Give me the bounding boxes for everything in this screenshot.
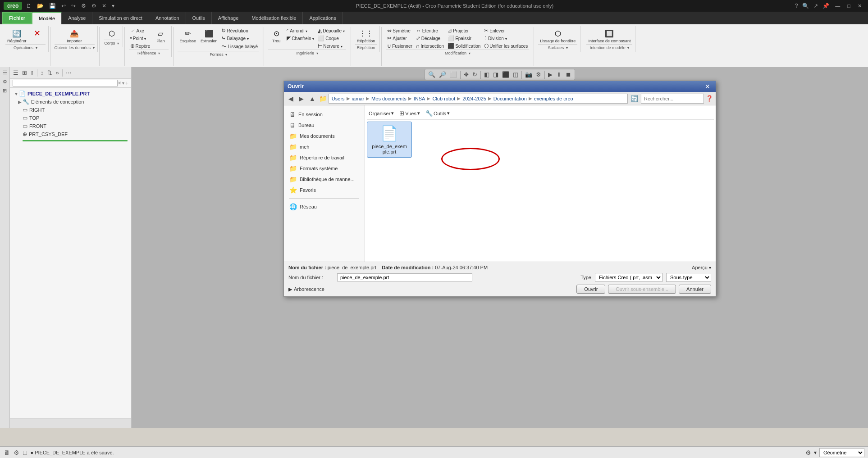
dialog-forward-btn[interactable]: ▶: [297, 94, 306, 103]
repere-btn[interactable]: ⊕ Repère: [129, 42, 152, 50]
path-documentation[interactable]: Documentation: [493, 96, 527, 101]
corps-btn[interactable]: ⬡: [104, 27, 120, 40]
tree-item-front[interactable]: ▭ FRONT: [10, 122, 131, 130]
path-mes-documents[interactable]: Mes documents: [371, 96, 407, 101]
ouvrir-btn[interactable]: Ouvrir: [576, 285, 605, 294]
svt-expand-icon[interactable]: »: [55, 68, 60, 77]
importer-btn[interactable]: 📥 Importer: [65, 27, 84, 44]
tab-modele[interactable]: Modèle: [32, 12, 62, 24]
dialog-help-btn[interactable]: ❓: [706, 95, 713, 102]
status-icon-settings[interactable]: ⚙: [805, 449, 811, 456]
footer-type-select[interactable]: Fichiers Creo (.prt, .asm: [595, 273, 662, 282]
status-icon-3[interactable]: □: [23, 449, 27, 456]
tb-misc3-icon[interactable]: ✕: [101, 2, 108, 10]
tree-item-elements[interactable]: ▶ 🔧 Eléments de conception: [10, 98, 131, 106]
projeter-btn[interactable]: ⊿ Projeter: [446, 27, 482, 34]
tb-new-icon[interactable]: 🗋: [25, 2, 33, 10]
intersection-btn[interactable]: ∩ Intersection: [415, 42, 445, 50]
tab-simulation[interactable]: Simulation en direct: [92, 12, 149, 24]
axe-btn[interactable]: ⟋ Axe: [129, 27, 152, 34]
tab-annotation[interactable]: Annotation: [149, 12, 186, 24]
solidification-btn[interactable]: ⬛ Solidification: [446, 42, 482, 50]
extrusion-btn[interactable]: ⬛ Extrusion: [199, 27, 219, 44]
dialog-sidebar-formats[interactable]: 📁 Formats système: [284, 163, 365, 174]
path-iamar[interactable]: iamar: [352, 96, 365, 101]
svt-filter-icon[interactable]: ⇅: [46, 68, 54, 77]
rail-icon-3[interactable]: ⊞: [1, 87, 8, 95]
decalage-btn[interactable]: ⤢ Décalage: [415, 35, 445, 42]
tb-search-icon[interactable]: 🔍: [801, 2, 810, 10]
tab-modelisation[interactable]: Modélisation flexible: [245, 12, 303, 24]
division-btn[interactable]: ÷ Division ▾: [483, 35, 529, 42]
canvas-area[interactable]: 🔍 🔎 ⬜ ✥ ↻ ◧ ◨ ⬛ ◫ 📷 ⚙ ▶ ⏸ ⏹ Ouvrir: [132, 67, 868, 428]
dialog-sidebar-en-session[interactable]: 🖥 En session: [284, 109, 365, 120]
enlever-btn[interactable]: ✂ Enlever: [483, 27, 529, 34]
search-dropdown-icon[interactable]: ▾: [122, 81, 124, 86]
tb-save-icon[interactable]: 💾: [48, 2, 57, 10]
dialog-sidebar-reseau[interactable]: 🌐 Réseau: [284, 201, 365, 212]
status-arrow-icon[interactable]: ▾: [814, 449, 817, 456]
rail-icon-1[interactable]: ☰: [1, 69, 9, 77]
arrondi-btn[interactable]: ◜ Arrondi ▾: [285, 27, 315, 34]
ajuster-btn[interactable]: ✂ Ajuster: [386, 35, 413, 42]
dialog-sidebar-meh[interactable]: 📁 meh: [284, 141, 365, 152]
search-clear-icon[interactable]: ✕: [118, 81, 121, 86]
tb-pin-icon[interactable]: 📌: [821, 2, 831, 10]
path-insa[interactable]: INSA: [414, 96, 425, 101]
balayage-btn[interactable]: ⤷ Balayage ▾: [220, 35, 259, 42]
tb-misc1-icon[interactable]: ⚙: [80, 2, 87, 10]
chanfrein-btn[interactable]: ◤ Chanfrein ▾: [285, 35, 315, 42]
tb-redo-icon[interactable]: ↪: [70, 2, 77, 10]
lissage-btn[interactable]: 〜 Lissage balayé: [220, 42, 259, 51]
regenerer-btn[interactable]: 🔄 Régénérer: [5, 27, 28, 44]
dialog-sidebar-favoris[interactable]: ⭐ Favoris: [284, 185, 365, 195]
revolution-btn[interactable]: ↻ Révolution: [220, 27, 259, 34]
tb-open-icon[interactable]: 📂: [36, 2, 45, 10]
footer-filename-input[interactable]: [337, 273, 472, 281]
svt-cols-icon[interactable]: ⫿: [29, 68, 35, 77]
outils-btn[interactable]: 🔧 Outils ▾: [424, 109, 452, 118]
path-users[interactable]: Users: [332, 96, 345, 101]
ouvrir-sous-btn[interactable]: Ouvrir sous-ensemble...: [608, 285, 676, 294]
tab-outils[interactable]: Outils: [186, 12, 212, 24]
coque-btn[interactable]: ⬜ Coque: [316, 35, 346, 42]
fusionner-btn[interactable]: ∪ Fusionner: [386, 42, 413, 50]
tb-arrow-icon[interactable]: ↗: [812, 2, 819, 10]
footer-subtype-select[interactable]: Sous-type: [666, 273, 711, 282]
dialog-sidebar-biblio[interactable]: 📁 Bibliothèque de manne...: [284, 174, 365, 185]
status-geometry-select[interactable]: Géométrie: [819, 448, 864, 457]
depouille-btn[interactable]: ◭ Dépouille ▾: [316, 27, 346, 34]
win-close-btn[interactable]: ✕: [855, 2, 864, 10]
vues-btn[interactable]: ⊞ Vues ▾: [397, 109, 422, 118]
tb-misc2-icon[interactable]: ⚙: [90, 2, 98, 10]
tab-affichage[interactable]: Affichage: [212, 12, 246, 24]
unifier-btn[interactable]: ⬡ Unifier les surfaces: [483, 42, 529, 50]
svt-move-icon[interactable]: ↕: [39, 68, 45, 77]
rail-icon-2[interactable]: ⚙: [1, 78, 9, 86]
cancel-regenerer-btn[interactable]: ✕: [29, 27, 46, 40]
tree-item-root[interactable]: ▼ 📄 PIECE_DE_EXEMPLE.PRT: [10, 90, 131, 98]
tab-applications[interactable]: Applications: [303, 12, 343, 24]
svt-list-icon[interactable]: ☰: [12, 68, 20, 77]
win-maximize-btn[interactable]: □: [845, 2, 853, 9]
tree-item-right[interactable]: ▭ RIGHT: [10, 106, 131, 114]
svt-settings-icon[interactable]: ⋯: [64, 68, 73, 77]
path-exemples[interactable]: exemples de creo: [534, 96, 573, 101]
tab-fichier[interactable]: Fichier: [2, 12, 32, 24]
dialog-folder-icon[interactable]: 📁: [319, 95, 327, 102]
annuler-btn[interactable]: Annuler: [679, 285, 711, 294]
tree-item-top[interactable]: ▭ TOP: [10, 114, 131, 122]
search-input[interactable]: [13, 80, 118, 86]
point-btn[interactable]: • Point ▾: [129, 35, 152, 42]
path-club-robot[interactable]: Club robot: [432, 96, 455, 101]
organiser-btn[interactable]: Organiser ▾: [367, 109, 396, 117]
dialog-sidebar-repertoire[interactable]: 📁 Répertoire de travail: [284, 152, 365, 163]
win-minimize-btn[interactable]: —: [832, 2, 843, 9]
dialog-back-btn[interactable]: ◀: [287, 94, 295, 103]
path-2024[interactable]: 2024-2025: [462, 96, 486, 101]
dialog-up-btn[interactable]: ▲: [307, 94, 317, 103]
etendre-btn[interactable]: ↔ Etendre: [415, 27, 445, 34]
symetrie-btn[interactable]: ⇔ Symétrie: [386, 27, 413, 34]
lissage-frontiere-btn[interactable]: ⬡ Lissage de frontière: [538, 27, 577, 44]
dialog-close-btn[interactable]: ✕: [703, 83, 712, 90]
